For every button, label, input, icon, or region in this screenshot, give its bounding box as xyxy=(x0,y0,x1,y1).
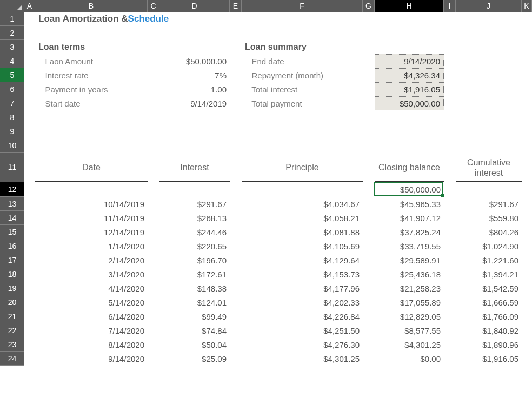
column-header-C[interactable]: C xyxy=(148,0,159,12)
schedule-date[interactable]: 12/14/2019 xyxy=(35,225,148,239)
row-header-23[interactable]: 23 xyxy=(0,337,24,352)
schedule-principle[interactable]: $4,105.69 xyxy=(242,239,363,253)
loan-summary-value[interactable]: $4,326.34 xyxy=(375,68,444,82)
loan-summary-value[interactable]: 9/14/2020 xyxy=(375,54,444,68)
schedule-interest[interactable]: $172.61 xyxy=(159,267,230,281)
loan-term-value[interactable]: $50,000.00 xyxy=(159,54,230,68)
schedule-principle[interactable]: $4,177.96 xyxy=(242,281,363,295)
schedule-cumulative[interactable]: $1,221.60 xyxy=(456,253,522,267)
schedule-cumulative[interactable]: $1,916.05 xyxy=(456,352,522,366)
schedule-interest[interactable]: $74.84 xyxy=(159,323,230,337)
loan-term-value[interactable]: 1.00 xyxy=(159,82,230,96)
schedule-cumulative[interactable]: $559.80 xyxy=(456,211,522,225)
schedule-date[interactable]: 10/14/2019 xyxy=(35,197,148,211)
select-all-corner[interactable] xyxy=(0,0,24,12)
row-header-21[interactable]: 21 xyxy=(0,309,24,323)
schedule-interest[interactable]: $124.01 xyxy=(159,295,230,309)
schedule-interest[interactable]: $291.67 xyxy=(159,197,230,211)
schedule-interest[interactable]: $220.65 xyxy=(159,239,230,253)
schedule-cumulative[interactable]: $1,890.96 xyxy=(456,337,522,352)
column-header-H[interactable]: H xyxy=(375,0,444,12)
schedule-date[interactable]: 7/14/2020 xyxy=(35,323,148,337)
schedule-cumulative[interactable]: $1,542.59 xyxy=(456,281,522,295)
loan-term-value[interactable]: 7% xyxy=(159,68,230,82)
schedule-interest[interactable]: $25.09 xyxy=(159,352,230,366)
schedule-principle[interactable]: $4,081.88 xyxy=(242,225,363,239)
row-header-17[interactable]: 17 xyxy=(0,253,24,267)
row-header-16[interactable]: 16 xyxy=(0,239,24,253)
row-header-4[interactable]: 4 xyxy=(0,54,24,68)
column-header-E[interactable]: E xyxy=(230,0,242,12)
row-header-5[interactable]: 5 xyxy=(0,68,24,82)
schedule-closing[interactable]: $37,825.24 xyxy=(375,225,444,239)
row-header-24[interactable]: 24 xyxy=(0,352,24,366)
schedule-principle[interactable]: $4,202.33 xyxy=(242,295,363,309)
schedule-interest[interactable]: $50.04 xyxy=(159,337,230,352)
loan-summary-value[interactable]: $50,000.00 xyxy=(375,96,444,110)
row-header-20[interactable]: 20 xyxy=(0,295,24,309)
schedule-principle[interactable]: $4,276.30 xyxy=(242,337,363,352)
schedule-closing[interactable]: $8,577.55 xyxy=(375,323,444,337)
schedule-interest[interactable]: $244.46 xyxy=(159,225,230,239)
schedule-date[interactable]: 8/14/2020 xyxy=(35,337,148,352)
row-header-13[interactable]: 13 xyxy=(0,197,24,211)
row-header-19[interactable]: 19 xyxy=(0,281,24,295)
loan-term-value[interactable]: 9/14/2019 xyxy=(159,96,230,110)
schedule-principle[interactable]: $4,226.84 xyxy=(242,309,363,323)
schedule-interest[interactable]: $99.49 xyxy=(159,309,230,323)
grid-area[interactable]: Loan Amortization & ScheduleLoan terms L… xyxy=(24,12,532,404)
row-header-18[interactable]: 18 xyxy=(0,267,24,281)
schedule-closing[interactable]: $0.00 xyxy=(375,352,444,366)
initial-closing-balance[interactable]: $50,000.00 xyxy=(375,182,444,197)
schedule-cumulative[interactable]: $1,840.92 xyxy=(456,323,522,337)
schedule-cumulative[interactable]: $291.67 xyxy=(456,197,522,211)
schedule-closing[interactable]: $17,055.89 xyxy=(375,295,444,309)
schedule-principle[interactable]: $4,034.67 xyxy=(242,197,363,211)
schedule-principle[interactable]: $4,153.73 xyxy=(242,267,363,281)
row-header-6[interactable]: 6 xyxy=(0,82,24,96)
schedule-principle[interactable]: $4,301.25 xyxy=(242,352,363,366)
schedule-cumulative[interactable]: $1,666.59 xyxy=(456,295,522,309)
schedule-cumulative[interactable]: $1,394.21 xyxy=(456,267,522,281)
row-header-12[interactable]: 12 xyxy=(0,182,24,197)
schedule-principle[interactable]: $4,129.64 xyxy=(242,253,363,267)
column-header-D[interactable]: D xyxy=(159,0,230,12)
schedule-date[interactable]: 6/14/2020 xyxy=(35,309,148,323)
schedule-cumulative[interactable]: $804.26 xyxy=(456,225,522,239)
schedule-date[interactable]: 2/14/2020 xyxy=(35,253,148,267)
row-header-11[interactable]: 11 xyxy=(0,153,24,182)
schedule-date[interactable]: 9/14/2020 xyxy=(35,352,148,366)
schedule-interest[interactable]: $148.38 xyxy=(159,281,230,295)
schedule-date[interactable]: 4/14/2020 xyxy=(35,281,148,295)
schedule-closing[interactable]: $21,258.23 xyxy=(375,281,444,295)
column-header-J[interactable]: J xyxy=(456,0,522,12)
schedule-closing[interactable]: $33,719.55 xyxy=(375,239,444,253)
row-header-2[interactable]: 2 xyxy=(0,26,24,40)
column-header-K[interactable]: K xyxy=(522,0,532,12)
row-header-7[interactable]: 7 xyxy=(0,96,24,110)
column-header-A[interactable]: A xyxy=(24,0,35,12)
column-header-G[interactable]: G xyxy=(363,0,375,12)
schedule-date[interactable]: 1/14/2020 xyxy=(35,239,148,253)
column-header-F[interactable]: F xyxy=(242,0,363,12)
row-header-1[interactable]: 1 xyxy=(0,12,24,26)
schedule-date[interactable]: 11/14/2019 xyxy=(35,211,148,225)
schedule-interest[interactable]: $268.13 xyxy=(159,211,230,225)
schedule-date[interactable]: 5/14/2020 xyxy=(35,295,148,309)
schedule-closing[interactable]: $29,589.91 xyxy=(375,253,444,267)
schedule-closing[interactable]: $12,829.05 xyxy=(375,309,444,323)
row-header-8[interactable]: 8 xyxy=(0,110,24,124)
schedule-date[interactable]: 3/14/2020 xyxy=(35,267,148,281)
loan-summary-value[interactable]: $1,916.05 xyxy=(375,82,444,96)
schedule-closing[interactable]: $4,301.25 xyxy=(375,337,444,352)
schedule-closing[interactable]: $25,436.18 xyxy=(375,267,444,281)
schedule-cumulative[interactable]: $1,766.09 xyxy=(456,309,522,323)
schedule-principle[interactable]: $4,251.50 xyxy=(242,323,363,337)
schedule-interest[interactable]: $196.70 xyxy=(159,253,230,267)
row-header-14[interactable]: 14 xyxy=(0,211,24,225)
column-header-I[interactable]: I xyxy=(444,0,456,12)
column-header-B[interactable]: B xyxy=(35,0,148,12)
row-header-3[interactable]: 3 xyxy=(0,40,24,54)
row-header-15[interactable]: 15 xyxy=(0,225,24,239)
row-header-22[interactable]: 22 xyxy=(0,323,24,337)
